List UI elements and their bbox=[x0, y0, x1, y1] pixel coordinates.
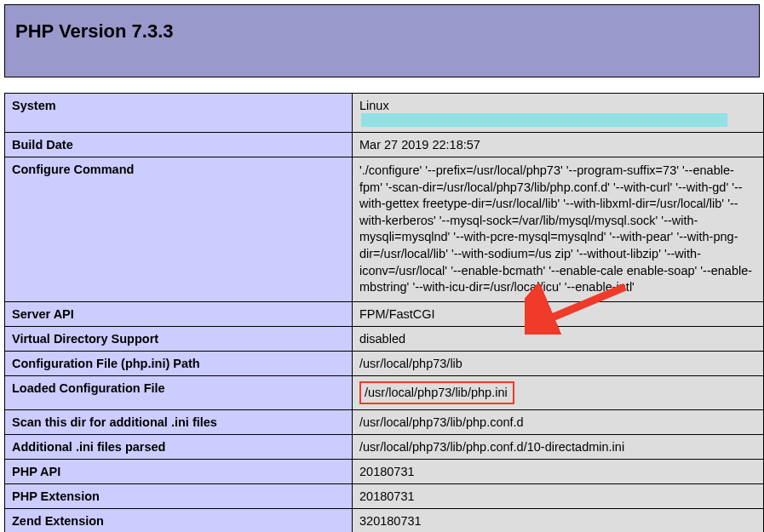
info-table-wrap: System Linux Build Date Mar 27 2019 22:1… bbox=[0, 77, 764, 532]
table-row: Scan this dir for additional .ini files … bbox=[5, 409, 764, 434]
label-config-file-path: Configuration File (php.ini) Path bbox=[5, 351, 353, 375]
page-header: PHP Version 7.3.3 bbox=[4, 4, 760, 77]
table-row: System Linux bbox=[5, 94, 764, 133]
value-php-api: 20180731 bbox=[353, 459, 764, 483]
value-php-extension: 20180731 bbox=[353, 483, 764, 508]
table-row: PHP API 20180731 bbox=[5, 459, 764, 483]
value-zend-extension: 320180731 bbox=[353, 508, 764, 532]
table-row: PHP Extension 20180731 bbox=[5, 483, 764, 508]
phpinfo-table: System Linux Build Date Mar 27 2019 22:1… bbox=[4, 93, 764, 532]
table-row: Server API FPM/FastCGI bbox=[5, 301, 764, 326]
table-row: Zend Extension 320180731 bbox=[5, 508, 764, 532]
value-build-date: Mar 27 2019 22:18:57 bbox=[353, 133, 764, 157]
table-row: Virtual Directory Support disabled bbox=[5, 326, 764, 351]
label-php-extension: PHP Extension bbox=[5, 483, 353, 508]
value-server-api: FPM/FastCGI bbox=[353, 301, 764, 326]
value-loaded-config-file: /usr/local/php73/lib/php.ini bbox=[353, 375, 764, 409]
label-server-api: Server API bbox=[5, 301, 353, 326]
label-php-api: PHP API bbox=[5, 459, 353, 483]
value-config-file-path: /usr/local/php73/lib bbox=[353, 351, 764, 375]
table-row: Loaded Configuration File /usr/local/php… bbox=[5, 375, 764, 409]
value-virtual-directory-support: disabled bbox=[353, 326, 764, 351]
value-configure-command: './configure' '--prefix=/usr/local/php73… bbox=[353, 157, 764, 302]
label-virtual-directory-support: Virtual Directory Support bbox=[5, 326, 353, 351]
label-scan-dir: Scan this dir for additional .ini files bbox=[5, 409, 353, 434]
redacted-system-value bbox=[361, 113, 727, 127]
value-additional-parsed: /usr/local/php73/lib/php.conf.d/10-direc… bbox=[353, 434, 764, 459]
label-system: System bbox=[5, 94, 353, 133]
table-row: Configuration File (php.ini) Path /usr/l… bbox=[5, 351, 764, 375]
label-configure-command: Configure Command bbox=[5, 157, 353, 302]
highlighted-config-path: /usr/local/php73/lib/php.ini bbox=[359, 381, 514, 404]
label-additional-parsed: Additional .ini files parsed bbox=[5, 434, 353, 459]
label-build-date: Build Date bbox=[5, 133, 353, 157]
label-zend-extension: Zend Extension bbox=[5, 508, 353, 532]
table-row: Additional .ini files parsed /usr/local/… bbox=[5, 434, 764, 459]
table-row: Configure Command './configure' '--prefi… bbox=[5, 157, 764, 302]
label-loaded-config-file: Loaded Configuration File bbox=[5, 375, 353, 409]
table-row: Build Date Mar 27 2019 22:18:57 bbox=[5, 133, 764, 157]
value-scan-dir: /usr/local/php73/lib/php.conf.d bbox=[353, 409, 764, 434]
value-system: Linux bbox=[353, 94, 764, 133]
page-title: PHP Version 7.3.3 bbox=[15, 20, 759, 43]
system-value-prefix: Linux bbox=[359, 99, 389, 112]
